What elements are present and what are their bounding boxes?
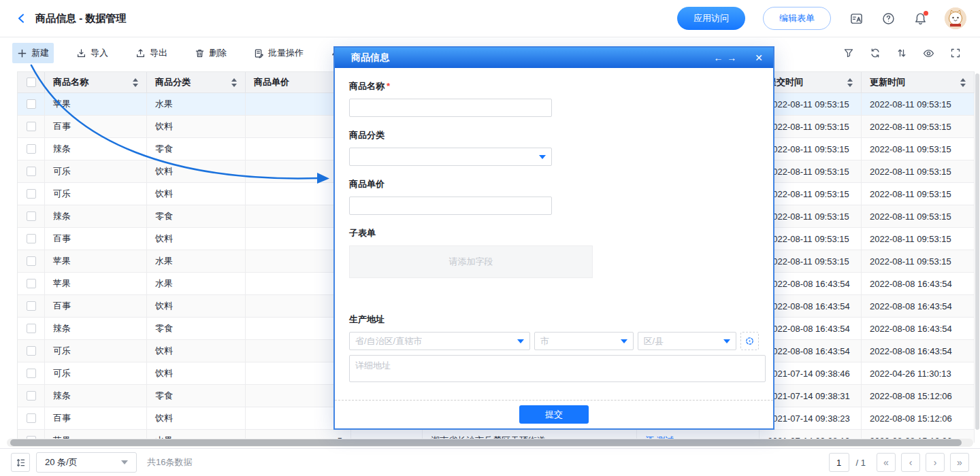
update-time-cell: 2022-08-08 16:43:54 [862, 340, 975, 362]
row-checkbox[interactable] [27, 144, 36, 154]
row-checkbox[interactable] [27, 167, 36, 176]
row-checkbox[interactable] [27, 99, 36, 109]
prev-page-button[interactable]: ‹ [901, 453, 920, 472]
checkbox-cell [18, 407, 45, 430]
row-checkbox[interactable] [27, 346, 36, 356]
product-price-input[interactable] [349, 197, 552, 215]
batch-operations-button[interactable]: 批量操作 [249, 43, 308, 63]
name-cell: 可乐 [45, 160, 147, 183]
plus-icon [17, 48, 27, 58]
delete-button[interactable]: 删除 [190, 43, 231, 63]
modal-header[interactable]: 商品信息 ← → ✕ [335, 48, 773, 68]
row-checkbox[interactable] [27, 211, 36, 221]
translate-icon[interactable] [850, 12, 863, 25]
submit-time-cell: 2022-08-11 09:53:15 [760, 116, 862, 138]
avatar[interactable] [945, 7, 966, 29]
name-cell: 辣条 [45, 318, 147, 340]
sort-toggle-icon[interactable] [129, 78, 138, 87]
back-button[interactable] [15, 12, 29, 25]
chevron-down-icon [517, 339, 524, 343]
column-header-submit-time[interactable]: 提交时间 [760, 72, 862, 93]
vertical-scrollbar-thumb[interactable] [975, 73, 979, 430]
submit-time-cell: 2021-07-14 09:38:31 [760, 385, 862, 407]
product-price-label: 商品单价 [349, 178, 759, 190]
sort-toggle-icon[interactable] [843, 78, 853, 87]
update-time-cell: 2022-08-11 09:53:15 [862, 116, 975, 138]
row-checkbox[interactable] [27, 122, 36, 131]
total-count: 共16条数据 [147, 456, 192, 469]
city-select[interactable]: 市 [534, 332, 634, 350]
close-icon[interactable]: ✕ [755, 52, 764, 63]
row-height-icon [16, 458, 26, 468]
checkbox-cell [18, 362, 45, 385]
checkbox-cell [18, 340, 45, 362]
product-name-label: 商品名称* [349, 80, 759, 92]
import-button[interactable]: 导入 [71, 43, 113, 63]
submit-button[interactable]: 提交 [519, 405, 589, 424]
sort-toggle-icon[interactable] [227, 78, 237, 87]
checkbox-cell [18, 183, 45, 205]
checkbox-cell [18, 138, 45, 160]
new-button[interactable]: 新建 [12, 43, 54, 63]
horizontal-scrollbar-thumb[interactable] [10, 439, 962, 446]
district-select[interactable]: 区/县 [638, 332, 737, 350]
submit-time-cell: 2022-08-11 09:53:15 [760, 205, 862, 228]
page-size-select[interactable]: 20 条/页 [36, 452, 137, 473]
update-time-cell: 2022-08-08 16:43:54 [862, 273, 975, 295]
export-icon [135, 48, 146, 58]
update-time-cell: 2022-08-11 09:53:15 [862, 205, 975, 228]
sort-icon[interactable] [896, 48, 907, 58]
view-tools [843, 48, 968, 59]
bell-icon[interactable] [914, 12, 927, 25]
help-icon[interactable] [882, 12, 895, 25]
page-number-input[interactable] [829, 453, 849, 472]
column-header-category[interactable]: 商品分类 [147, 72, 246, 93]
category-cell: 零食 [147, 385, 246, 407]
detail-address-textarea[interactable] [349, 355, 766, 382]
submit-time-cell: 2022-08-08 16:43:54 [760, 340, 862, 362]
row-checkbox[interactable] [27, 234, 36, 243]
chevron-down-icon [621, 339, 627, 343]
submit-time-cell: 2022-08-11 09:53:15 [760, 183, 862, 205]
submit-time-cell: 2022-08-11 09:53:15 [760, 250, 862, 273]
column-header-name[interactable]: 商品名称 [45, 72, 147, 93]
product-category-select[interactable] [349, 148, 552, 166]
column-header-update-time[interactable]: 更新时间 [862, 72, 975, 93]
first-page-button[interactable]: « [877, 453, 896, 472]
eye-icon[interactable] [923, 48, 934, 59]
category-cell: 饮料 [147, 340, 246, 362]
row-checkbox[interactable] [27, 369, 36, 378]
horizontal-scrollbar[interactable] [7, 439, 973, 447]
modal-body: 商品名称* 商品分类 商品单价 子表单 请添加字段 生产地址 省/自治区/直辖市… [335, 68, 773, 428]
row-checkbox[interactable] [27, 391, 36, 401]
edit-form-button[interactable]: 编辑表单 [763, 7, 831, 30]
row-checkbox[interactable] [27, 256, 36, 266]
row-height-button[interactable] [11, 453, 30, 472]
select-all-checkbox[interactable] [27, 78, 36, 87]
checkbox-cell [18, 250, 45, 273]
product-name-input[interactable] [349, 99, 552, 117]
row-checkbox[interactable] [27, 413, 36, 423]
app-access-button[interactable]: 应用访问 [677, 7, 745, 30]
chevron-down-icon [723, 339, 730, 343]
locate-button[interactable] [740, 332, 759, 350]
row-checkbox[interactable] [27, 279, 36, 288]
checkbox-cell [18, 228, 45, 250]
category-cell: 饮料 [147, 362, 246, 385]
next-page-button[interactable]: › [926, 453, 945, 472]
expand-arrows-icon[interactable]: ← → [713, 52, 737, 63]
last-page-button[interactable]: » [950, 453, 969, 472]
submit-time-cell: 2021-07-14 09:38:46 [760, 362, 862, 385]
subform-placeholder-box[interactable]: 请添加字段 [349, 245, 593, 278]
fullscreen-icon[interactable] [950, 48, 961, 58]
row-checkbox[interactable] [27, 189, 36, 199]
row-checkbox[interactable] [27, 324, 36, 333]
page-title: 商品信息 - 数据管理 [35, 12, 126, 25]
export-button[interactable]: 导出 [131, 43, 172, 63]
sort-toggle-icon[interactable] [956, 78, 966, 87]
row-checkbox[interactable] [27, 301, 36, 311]
refresh-icon[interactable] [870, 48, 881, 58]
province-select[interactable]: 省/自治区/直辖市 [349, 332, 530, 350]
filter-icon[interactable] [843, 48, 854, 58]
name-cell: 可乐 [45, 340, 147, 362]
